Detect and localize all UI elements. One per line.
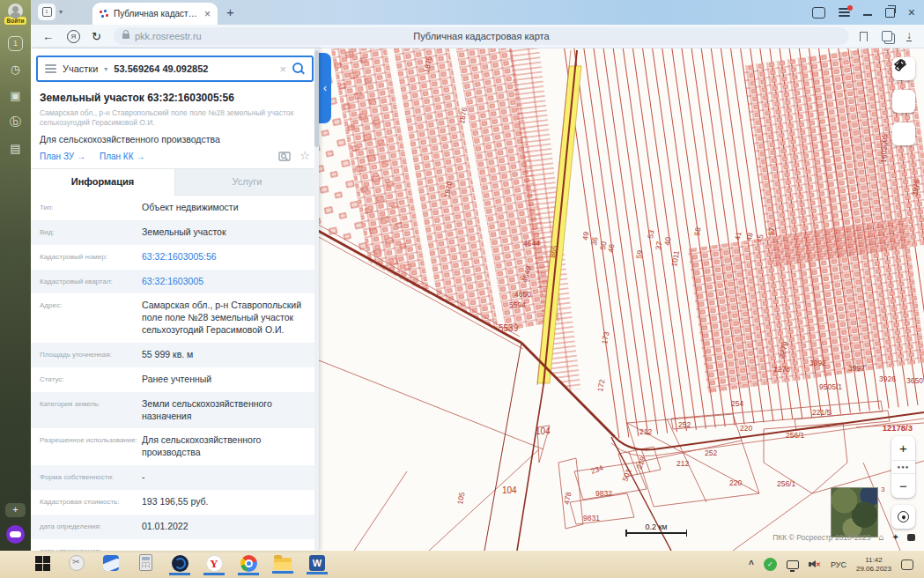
collections-icon[interactable] xyxy=(882,31,892,41)
info-row: Кадастровый номер:63:32:1603005:56 xyxy=(31,245,319,270)
info-row-value[interactable]: 63:32:1603005:56 xyxy=(142,251,312,263)
bookmark-icon[interactable] xyxy=(860,32,868,41)
taskbar-calculator[interactable] xyxy=(135,553,156,574)
plan-zu-link[interactable]: План ЗУ → xyxy=(40,152,85,161)
info-row: дата определения:01.01.2022 xyxy=(31,515,319,539)
info-row-value: - xyxy=(142,545,312,551)
taskbar-dark-app[interactable] xyxy=(169,553,190,575)
collections-grid-icon[interactable]: ▤ xyxy=(8,142,23,157)
zoom-dots[interactable]: ●●● xyxy=(891,460,915,474)
taskbar-word[interactable]: W xyxy=(307,553,328,574)
measure-button[interactable] xyxy=(892,90,915,113)
download-icon[interactable]: ↓ xyxy=(906,31,912,41)
map-parcel-label: 9505/1 xyxy=(819,382,842,391)
map-parcel-label: 1603005 xyxy=(879,133,889,163)
search-box[interactable]: Участки ▾ 53.569264 49.092852 × xyxy=(36,56,314,82)
cadastral-map[interactable]: 1875187618704644865464946505594553949365… xyxy=(319,48,924,551)
taskbar-mail-app[interactable] xyxy=(100,553,122,574)
info-row: Статус:Ранее учтенный xyxy=(31,367,319,392)
tab-close-button[interactable]: × xyxy=(204,8,211,20)
panel-scrollbar[interactable] xyxy=(314,48,319,551)
taskbar-chrome[interactable] xyxy=(238,553,259,575)
search-category-select[interactable]: Участки xyxy=(63,63,98,74)
parcel-subtitle: Самарская обл., р-н Ставропольский поле … xyxy=(40,108,310,129)
scale-bar: 0.2 км xyxy=(625,522,687,534)
antivirus-shield-icon[interactable]: ✓ xyxy=(764,558,777,571)
info-row-label: Площадь уточненная: xyxy=(40,349,142,361)
menu-burger-icon[interactable] xyxy=(45,64,56,73)
info-row-label: Статус: xyxy=(40,374,142,386)
browser-tab[interactable]: Публичная кадастрова × xyxy=(92,3,218,25)
panel-collapse-tab[interactable]: ‹ xyxy=(319,53,331,123)
fullscreen-icon[interactable] xyxy=(907,534,915,541)
clock[interactable]: 11:42 29.06.2023 xyxy=(856,556,891,574)
new-tab-button[interactable]: + xyxy=(226,4,234,19)
info-row-value: Земли сельскохозяйственного назначения xyxy=(142,398,312,423)
map-parcel-label: 256/1 xyxy=(777,479,796,488)
info-row: Форма собственности:- xyxy=(31,465,319,490)
history-clock-icon[interactable]: ◷ xyxy=(8,63,23,78)
minimize-button[interactable] xyxy=(863,14,872,16)
position-button[interactable] xyxy=(892,122,915,145)
info-row-label: Кадастровый номер: xyxy=(40,251,142,263)
chevron-down-icon[interactable]: ▾ xyxy=(104,65,107,73)
zoom-in-button[interactable]: + xyxy=(891,436,915,460)
tab-information[interactable]: Информация xyxy=(31,169,174,196)
locate-button[interactable] xyxy=(891,505,915,529)
anchor-icon[interactable]: ✦ xyxy=(892,533,899,542)
close-button[interactable]: × xyxy=(908,8,915,17)
restore-button[interactable] xyxy=(885,8,895,18)
info-row-label: дата определения: xyxy=(40,521,142,533)
basemap-thumbnail[interactable] xyxy=(831,487,878,537)
bookmarks-b-icon[interactable]: ⓑ xyxy=(8,115,23,130)
info-row-value: Ранее учтенный xyxy=(142,374,312,386)
info-row-value[interactable]: 63:32:1603005 xyxy=(142,276,312,288)
screenshots-icon[interactable]: ▣ xyxy=(8,89,23,104)
info-rows: Тип:Объект недвижимостиВид:Земельный уча… xyxy=(31,196,319,551)
dark-circle-app-icon xyxy=(172,555,188,572)
chevron-down-icon[interactable]: ▾ xyxy=(59,8,63,16)
info-row-value: 55 999 кв. м xyxy=(142,349,312,361)
plan-view-icon[interactable] xyxy=(278,151,291,162)
display-icon[interactable] xyxy=(787,560,799,569)
profile-avatar[interactable] xyxy=(8,4,23,19)
taskbar-snipping-tool[interactable] xyxy=(66,553,87,574)
clear-search-icon[interactable]: × xyxy=(279,63,286,76)
taskbar-yandex-browser[interactable]: Y xyxy=(203,553,225,575)
volume-muted-icon[interactable]: ✕ xyxy=(809,559,821,569)
notification-center-icon[interactable] xyxy=(901,559,913,570)
back-button[interactable]: ← xyxy=(42,30,54,43)
search-icon[interactable] xyxy=(292,63,305,75)
info-row: Кадастровая стоимость:193 196,55 руб. xyxy=(31,490,319,515)
zoom-out-button[interactable]: − xyxy=(891,474,915,498)
tab-counter-icon[interactable]: 1 xyxy=(8,36,23,51)
add-panel-button[interactable]: + xyxy=(5,503,26,517)
plan-kk-link[interactable]: План КК → xyxy=(100,152,144,161)
info-row: Вид:Земельный участок xyxy=(31,220,319,245)
tab-title: Публичная кадастрова xyxy=(114,9,199,19)
search-input[interactable]: 53.569264 49.092852 xyxy=(114,63,273,74)
info-row-label: Тип: xyxy=(40,202,142,214)
tab-group-widget[interactable]: 1 ▾ xyxy=(38,4,63,20)
address-bar[interactable]: pkk.rosreestr.ru Публичная кадастровая к… xyxy=(114,27,849,45)
map-credit: ПКК © Росреестр 2010-2023 ⌂ ✦ xyxy=(772,533,915,542)
menu-icon[interactable] xyxy=(839,8,850,17)
taskbar-file-explorer[interactable] xyxy=(272,553,293,574)
start-button[interactable] xyxy=(32,553,53,574)
tray-expand-chevron[interactable]: ^ xyxy=(749,559,754,569)
windows-logo-icon xyxy=(35,556,50,571)
map-parcel-label: 104 xyxy=(502,485,517,495)
tab-services[interactable]: Услуги xyxy=(174,169,319,196)
refresh-button[interactable]: ↻ xyxy=(92,30,101,43)
info-row-value: 01.01.2022 xyxy=(142,521,312,533)
alice-assistant-icon[interactable] xyxy=(6,525,25,544)
chat-icon[interactable] xyxy=(812,7,825,19)
map-parcel-label: 4644 xyxy=(523,239,540,248)
home-icon[interactable]: ⌂ xyxy=(879,533,884,542)
map-parcel-label: 53 xyxy=(646,229,656,239)
screen: 1875187618704644865464946505594553949365… xyxy=(0,0,924,578)
favorite-star-icon[interactable]: ☆ xyxy=(299,151,310,161)
language-indicator[interactable]: РУС xyxy=(831,560,846,569)
mail-app-icon xyxy=(103,555,119,571)
yandex-services-icon[interactable]: Я xyxy=(67,30,80,43)
